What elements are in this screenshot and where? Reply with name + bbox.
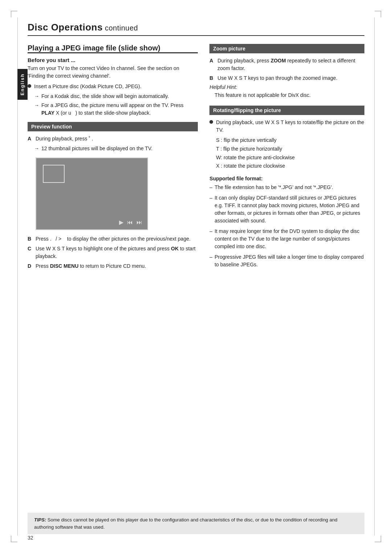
page-title: Disc Operations continued bbox=[28, 22, 364, 36]
step-c-letter: C bbox=[28, 245, 33, 253]
tips-body: Some discs cannot be played on this play… bbox=[34, 517, 337, 530]
corner-decoration-bl bbox=[11, 536, 17, 542]
dash-icon-2: – bbox=[209, 194, 212, 202]
zoom-step-a-letter: A bbox=[209, 57, 215, 65]
preview-function-header: Preview function bbox=[28, 122, 198, 131]
preview-image-box: ▶ ⏮ ⏭ bbox=[36, 157, 148, 230]
two-column-layout: Playing a JPEG image file (slide show) B… bbox=[28, 44, 364, 272]
dash-icon-4: – bbox=[209, 253, 212, 261]
arrow-jpeg-text: For a JPEG disc, the picture menu will a… bbox=[41, 102, 198, 117]
rotate-bullet-circle bbox=[209, 120, 213, 124]
step-c: C Use W X S T keys to highlight one of t… bbox=[28, 245, 198, 260]
play-icon: ▶ bbox=[119, 219, 123, 226]
zoom-step-b-text: Use W X S T keys to pan through the zoom… bbox=[217, 74, 337, 82]
english-tab: English bbox=[17, 69, 28, 100]
tips-box: TIPS: Some discs cannot be played on thi… bbox=[28, 513, 364, 534]
zoom-step-b: B Use W X S T keys to pan through the zo… bbox=[209, 74, 364, 82]
step-a: A During playback, press ˚ . bbox=[28, 135, 198, 143]
before-you-start-label: Before you start ... bbox=[28, 57, 198, 63]
bullet-insert-disc-text: Insert a Picture disc (Kodak Picture CD,… bbox=[34, 83, 142, 90]
preview-inner-frame bbox=[43, 165, 65, 183]
dash-item-2: – It can only display DCF-standard still… bbox=[209, 194, 364, 225]
zoom-picture-header: Zoom picture bbox=[209, 44, 364, 53]
helpful-hint-text: This feature is not applicable for DivX … bbox=[215, 91, 364, 99]
helpful-hint-label: Helpful Hint: bbox=[209, 84, 364, 90]
step-a-arrow: → 12 thumbnail pictures will be displaye… bbox=[34, 145, 198, 152]
dash-item-1: – The file extension has to be '*.JPG' a… bbox=[209, 184, 364, 191]
preview-controls: ▶ ⏮ ⏭ bbox=[119, 219, 142, 226]
flip-s: S : flip the picture vertically bbox=[216, 136, 364, 145]
arrow-icon-3: → bbox=[34, 145, 39, 152]
tips-label: TIPS: bbox=[34, 517, 46, 523]
zoom-step-a: A During playback, press ZOOM repeatedly… bbox=[209, 57, 364, 72]
rotate-bullet: During playback, use W X S T keys to rot… bbox=[209, 119, 364, 134]
dash-text-3: It may require longer time for the DVD s… bbox=[215, 228, 364, 250]
prev-icon: ⏮ bbox=[127, 219, 133, 226]
zoom-step-a-text: During playback, press ZOOM repeatedly t… bbox=[217, 57, 364, 72]
arrow-kodak-disc: → For a Kodak disc, the slide show will … bbox=[34, 93, 198, 100]
step-a-letter: A bbox=[28, 135, 33, 143]
flip-t: T : flip the picture horizontally bbox=[216, 145, 364, 153]
corner-decoration-tr bbox=[375, 11, 381, 17]
flip-w: W: rotate the picture anti-clockwise bbox=[216, 153, 364, 162]
arrow-icon-2: → bbox=[34, 102, 39, 109]
rotate-bullet-text: During playback, use W X S T keys to rot… bbox=[216, 119, 364, 134]
arrow-jpeg-disc: → For a JPEG disc, the picture menu will… bbox=[34, 102, 198, 117]
step-a-text: During playback, press ˚ . bbox=[36, 135, 93, 143]
before-you-start-text: Turn on your TV to the correct Video In … bbox=[28, 65, 198, 80]
step-d-letter: D bbox=[28, 262, 33, 270]
section-heading-jpeg: Playing a JPEG image file (slide show) bbox=[28, 44, 198, 53]
flip-list: S : flip the picture vertically T : flip… bbox=[216, 136, 364, 171]
dash-text-2: It can only display DCF-standard still p… bbox=[215, 194, 364, 225]
flip-x: X : rotate the picture clockwise bbox=[216, 162, 364, 171]
dash-item-4: – Progressive JPEG files will take a lon… bbox=[209, 253, 364, 269]
next-icon: ⏭ bbox=[136, 219, 142, 226]
dash-text-1: The file extension has to be '*.JPG' and… bbox=[215, 184, 333, 191]
page-title-continued: continued bbox=[103, 24, 138, 32]
side-line-right bbox=[374, 17, 375, 536]
step-d-text: Press DISC MENU to return to Picture CD … bbox=[36, 262, 146, 270]
supported-file-format-heading: Supported file format: bbox=[209, 176, 364, 181]
main-content: Disc Operations continued Playing a JPEG… bbox=[28, 22, 364, 531]
dash-text-4: Progressive JPEG files will take a longe… bbox=[215, 253, 364, 269]
step-c-text: Use W X S T keys to highlight one of the… bbox=[36, 245, 198, 260]
arrow-kodak-text: For a Kodak disc, the slide show will be… bbox=[41, 93, 169, 100]
step-d: D Press DISC MENU to return to Picture C… bbox=[28, 262, 198, 270]
left-column: Playing a JPEG image file (slide show) B… bbox=[28, 44, 198, 272]
page-number: 32 bbox=[28, 535, 33, 541]
zoom-step-b-letter: B bbox=[209, 74, 215, 82]
dash-icon-3: – bbox=[209, 228, 212, 235]
right-column: Zoom picture A During playback, press ZO… bbox=[209, 44, 364, 271]
page-title-text: Disc Operations bbox=[28, 22, 103, 33]
step-b-text: Press . / > to display the other picture… bbox=[36, 235, 191, 243]
step-b: B Press . / > to display the other pictu… bbox=[28, 235, 198, 243]
arrow-icon-1: → bbox=[34, 93, 39, 100]
rotate-header: Rotating/flipping the picture bbox=[209, 106, 364, 115]
corner-decoration-tl bbox=[11, 11, 17, 17]
bullet-insert-disc: Insert a Picture disc (Kodak Picture CD,… bbox=[28, 83, 198, 90]
dash-item-3: – It may require longer time for the DVD… bbox=[209, 228, 364, 250]
bullet-circle-icon bbox=[28, 84, 31, 88]
dash-icon-1: – bbox=[209, 184, 212, 191]
step-a-arrow-text: 12 thumbnail pictures will be displayed … bbox=[41, 145, 152, 152]
corner-decoration-br bbox=[375, 536, 381, 542]
step-b-letter: B bbox=[28, 235, 33, 243]
